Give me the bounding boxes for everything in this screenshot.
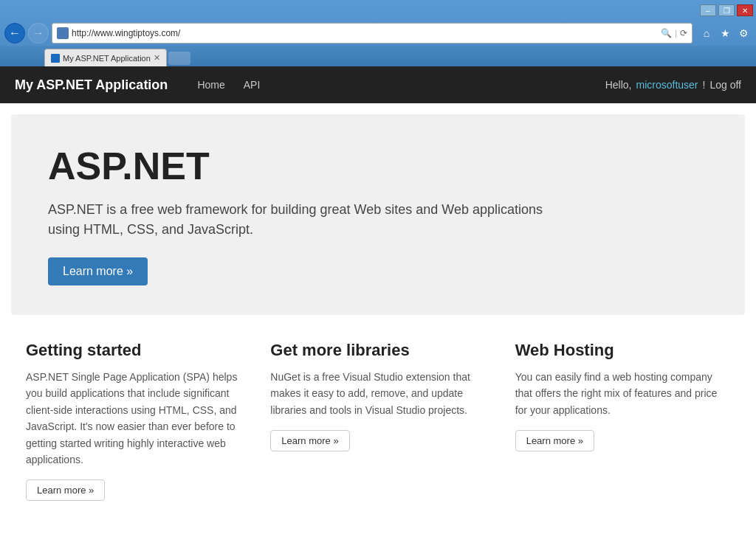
refresh-button[interactable]: ⟳ <box>680 28 687 38</box>
card-learn-more-button-1[interactable]: Learn more » <box>270 430 349 451</box>
active-tab[interactable]: My ASP.NET Application ✕ <box>44 49 167 66</box>
toolbar: ← → http://www.wingtiptoys.com/ 🔍 | ⟳ ⌂ … <box>0 21 756 46</box>
new-tab-button[interactable] <box>168 52 190 65</box>
app-navbar: My ASP.NET Application Home API Hello, m… <box>0 66 756 103</box>
window-controls: – ❐ ✕ <box>699 4 753 16</box>
card-text-getting-started: ASP.NET Single Page Application (SPA) he… <box>26 369 241 468</box>
content-area: My ASP.NET Application Home API Hello, m… <box>0 66 756 537</box>
browser-window: – ❐ ✕ ← → http://www.wingtiptoys.com/ 🔍 … <box>0 0 756 537</box>
nav-home[interactable]: Home <box>190 75 232 95</box>
browser-icons: ⌂ ★ ⚙ <box>698 25 752 41</box>
favorites-icon[interactable]: ★ <box>717 25 733 41</box>
search-icon[interactable]: 🔍 <box>661 28 672 38</box>
hero-section: ASP.NET ASP.NET is a free web framework … <box>11 114 745 315</box>
browser-chrome: – ❐ ✕ ← → http://www.wingtiptoys.com/ 🔍 … <box>0 0 756 66</box>
close-button[interactable]: ✕ <box>737 4 753 16</box>
url-text: http://www.wingtiptoys.com/ <box>72 28 658 38</box>
app-brand: My ASP.NET Application <box>15 77 168 93</box>
logoff-button[interactable]: Log off <box>709 79 741 91</box>
hero-description: ASP.NET is a free web framework for buil… <box>48 200 565 240</box>
back-button[interactable]: ← <box>4 23 25 44</box>
card-learn-more-button-2[interactable]: Learn more » <box>515 430 594 451</box>
hero-title: ASP.NET <box>48 144 708 188</box>
page-icon <box>57 27 69 39</box>
card-title-libraries: Get more libraries <box>270 341 485 360</box>
username[interactable]: microsoftuser <box>636 79 698 91</box>
restore-button[interactable]: ❐ <box>718 4 735 16</box>
home-icon[interactable]: ⌂ <box>698 25 715 41</box>
address-bar[interactable]: http://www.wingtiptoys.com/ 🔍 | ⟳ <box>52 23 693 44</box>
cards-section: Getting started ASP.NET Single Page Appl… <box>0 326 756 523</box>
tab-title: My ASP.NET Application <box>63 54 151 63</box>
card-hosting: Web Hosting You can easily find a web ho… <box>501 333 745 508</box>
card-libraries: Get more libraries NuGet is a free Visua… <box>255 333 500 508</box>
hello-text: Hello, <box>605 79 632 91</box>
card-title-hosting: Web Hosting <box>515 341 730 360</box>
exclamation: ! <box>703 79 706 91</box>
title-bar: – ❐ ✕ <box>0 0 756 21</box>
settings-icon[interactable]: ⚙ <box>735 25 752 41</box>
tabs-row: My ASP.NET Application ✕ <box>0 46 756 66</box>
nav-links: Home API <box>190 75 267 95</box>
card-text-hosting: You can easily find a web hosting compan… <box>515 369 730 418</box>
hero-learn-more-button[interactable]: Learn more » <box>48 257 148 285</box>
nav-right: Hello, microsoftuser ! Log off <box>605 79 741 91</box>
card-title-getting-started: Getting started <box>26 341 241 360</box>
tab-favicon <box>51 54 60 63</box>
minimize-button[interactable]: – <box>700 4 716 16</box>
divider: | <box>675 29 677 38</box>
nav-api[interactable]: API <box>236 75 268 95</box>
card-getting-started: Getting started ASP.NET Single Page Appl… <box>11 333 255 508</box>
card-learn-more-button-0[interactable]: Learn more » <box>26 479 105 501</box>
tab-close-button[interactable]: ✕ <box>154 53 160 63</box>
forward-button[interactable]: → <box>28 23 49 44</box>
card-text-libraries: NuGet is a free Visual Studio extension … <box>270 369 485 418</box>
